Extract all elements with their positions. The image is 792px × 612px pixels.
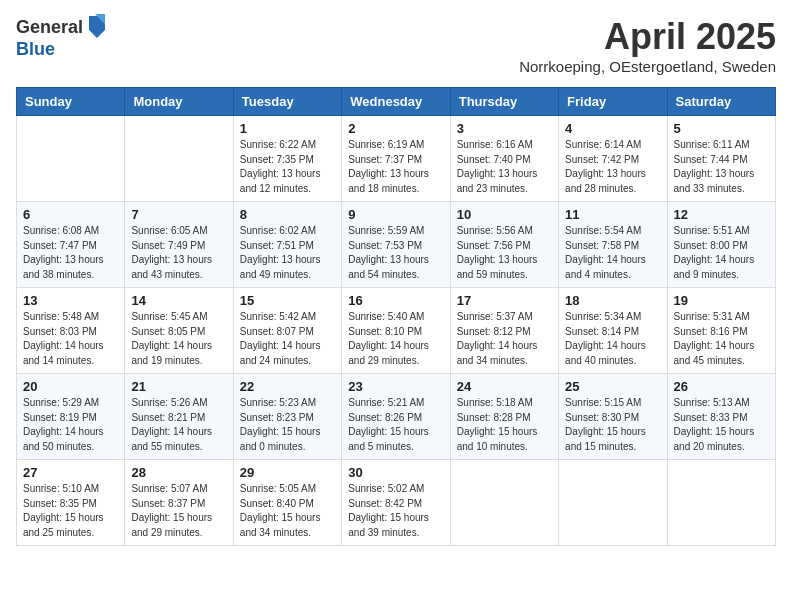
day-number: 9 [348,207,443,222]
calendar-cell: 21Sunrise: 5:26 AMSunset: 8:21 PMDayligh… [125,374,233,460]
day-number: 30 [348,465,443,480]
calendar-cell: 25Sunrise: 5:15 AMSunset: 8:30 PMDayligh… [559,374,667,460]
day-number: 18 [565,293,660,308]
day-number: 7 [131,207,226,222]
day-number: 23 [348,379,443,394]
calendar-cell: 11Sunrise: 5:54 AMSunset: 7:58 PMDayligh… [559,202,667,288]
day-info: Sunrise: 5:05 AMSunset: 8:40 PMDaylight:… [240,482,335,540]
header-friday: Friday [559,88,667,116]
calendar-week-row: 20Sunrise: 5:29 AMSunset: 8:19 PMDayligh… [17,374,776,460]
calendar-week-row: 27Sunrise: 5:10 AMSunset: 8:35 PMDayligh… [17,460,776,546]
day-info: Sunrise: 5:48 AMSunset: 8:03 PMDaylight:… [23,310,118,368]
logo-general-text: General [16,18,83,38]
day-number: 1 [240,121,335,136]
header: General Blue April 2025 Norrkoeping, OEs… [16,16,776,75]
calendar-cell: 3Sunrise: 6:16 AMSunset: 7:40 PMDaylight… [450,116,558,202]
calendar-cell: 5Sunrise: 6:11 AMSunset: 7:44 PMDaylight… [667,116,775,202]
day-number: 12 [674,207,769,222]
day-number: 19 [674,293,769,308]
calendar-week-row: 13Sunrise: 5:48 AMSunset: 8:03 PMDayligh… [17,288,776,374]
day-info: Sunrise: 5:07 AMSunset: 8:37 PMDaylight:… [131,482,226,540]
calendar-cell [559,460,667,546]
calendar-cell: 2Sunrise: 6:19 AMSunset: 7:37 PMDaylight… [342,116,450,202]
day-info: Sunrise: 5:13 AMSunset: 8:33 PMDaylight:… [674,396,769,454]
calendar-cell: 29Sunrise: 5:05 AMSunset: 8:40 PMDayligh… [233,460,341,546]
calendar-cell: 14Sunrise: 5:45 AMSunset: 8:05 PMDayligh… [125,288,233,374]
day-info: Sunrise: 5:42 AMSunset: 8:07 PMDaylight:… [240,310,335,368]
day-number: 10 [457,207,552,222]
day-info: Sunrise: 5:40 AMSunset: 8:10 PMDaylight:… [348,310,443,368]
day-number: 26 [674,379,769,394]
calendar-cell: 17Sunrise: 5:37 AMSunset: 8:12 PMDayligh… [450,288,558,374]
logo-blue-text: Blue [16,40,109,60]
calendar-cell: 20Sunrise: 5:29 AMSunset: 8:19 PMDayligh… [17,374,125,460]
day-number: 6 [23,207,118,222]
calendar-cell: 9Sunrise: 5:59 AMSunset: 7:53 PMDaylight… [342,202,450,288]
day-number: 17 [457,293,552,308]
day-number: 22 [240,379,335,394]
day-info: Sunrise: 6:08 AMSunset: 7:47 PMDaylight:… [23,224,118,282]
day-info: Sunrise: 5:15 AMSunset: 8:30 PMDaylight:… [565,396,660,454]
calendar-cell: 10Sunrise: 5:56 AMSunset: 7:56 PMDayligh… [450,202,558,288]
calendar-week-row: 1Sunrise: 6:22 AMSunset: 7:35 PMDaylight… [17,116,776,202]
day-info: Sunrise: 6:16 AMSunset: 7:40 PMDaylight:… [457,138,552,196]
calendar-cell: 8Sunrise: 6:02 AMSunset: 7:51 PMDaylight… [233,202,341,288]
calendar-cell: 23Sunrise: 5:21 AMSunset: 8:26 PMDayligh… [342,374,450,460]
calendar-cell: 30Sunrise: 5:02 AMSunset: 8:42 PMDayligh… [342,460,450,546]
day-info: Sunrise: 6:11 AMSunset: 7:44 PMDaylight:… [674,138,769,196]
calendar-cell: 13Sunrise: 5:48 AMSunset: 8:03 PMDayligh… [17,288,125,374]
day-info: Sunrise: 5:54 AMSunset: 7:58 PMDaylight:… [565,224,660,282]
day-info: Sunrise: 6:14 AMSunset: 7:42 PMDaylight:… [565,138,660,196]
header-tuesday: Tuesday [233,88,341,116]
day-info: Sunrise: 5:23 AMSunset: 8:23 PMDaylight:… [240,396,335,454]
day-info: Sunrise: 5:31 AMSunset: 8:16 PMDaylight:… [674,310,769,368]
day-number: 8 [240,207,335,222]
calendar-cell: 16Sunrise: 5:40 AMSunset: 8:10 PMDayligh… [342,288,450,374]
day-info: Sunrise: 5:59 AMSunset: 7:53 PMDaylight:… [348,224,443,282]
header-thursday: Thursday [450,88,558,116]
logo: General Blue [16,16,109,60]
header-sunday: Sunday [17,88,125,116]
day-info: Sunrise: 5:10 AMSunset: 8:35 PMDaylight:… [23,482,118,540]
calendar-cell [17,116,125,202]
weekday-header-row: Sunday Monday Tuesday Wednesday Thursday… [17,88,776,116]
day-info: Sunrise: 6:02 AMSunset: 7:51 PMDaylight:… [240,224,335,282]
calendar-cell: 24Sunrise: 5:18 AMSunset: 8:28 PMDayligh… [450,374,558,460]
day-number: 24 [457,379,552,394]
day-info: Sunrise: 5:26 AMSunset: 8:21 PMDaylight:… [131,396,226,454]
day-number: 20 [23,379,118,394]
day-number: 16 [348,293,443,308]
day-number: 29 [240,465,335,480]
day-info: Sunrise: 5:21 AMSunset: 8:26 PMDaylight:… [348,396,443,454]
day-number: 25 [565,379,660,394]
day-number: 27 [23,465,118,480]
calendar-cell: 27Sunrise: 5:10 AMSunset: 8:35 PMDayligh… [17,460,125,546]
calendar-cell [667,460,775,546]
calendar-cell: 1Sunrise: 6:22 AMSunset: 7:35 PMDaylight… [233,116,341,202]
calendar-table: Sunday Monday Tuesday Wednesday Thursday… [16,87,776,546]
calendar-week-row: 6Sunrise: 6:08 AMSunset: 7:47 PMDaylight… [17,202,776,288]
day-number: 21 [131,379,226,394]
day-info: Sunrise: 5:37 AMSunset: 8:12 PMDaylight:… [457,310,552,368]
day-number: 5 [674,121,769,136]
day-number: 11 [565,207,660,222]
day-number: 14 [131,293,226,308]
day-number: 15 [240,293,335,308]
day-info: Sunrise: 6:22 AMSunset: 7:35 PMDaylight:… [240,138,335,196]
calendar-cell: 19Sunrise: 5:31 AMSunset: 8:16 PMDayligh… [667,288,775,374]
calendar-cell: 22Sunrise: 5:23 AMSunset: 8:23 PMDayligh… [233,374,341,460]
logo-icon [85,12,109,40]
calendar-cell: 15Sunrise: 5:42 AMSunset: 8:07 PMDayligh… [233,288,341,374]
day-info: Sunrise: 5:29 AMSunset: 8:19 PMDaylight:… [23,396,118,454]
header-monday: Monday [125,88,233,116]
calendar-cell [450,460,558,546]
day-info: Sunrise: 5:45 AMSunset: 8:05 PMDaylight:… [131,310,226,368]
day-info: Sunrise: 5:56 AMSunset: 7:56 PMDaylight:… [457,224,552,282]
day-info: Sunrise: 6:19 AMSunset: 7:37 PMDaylight:… [348,138,443,196]
day-number: 28 [131,465,226,480]
header-wednesday: Wednesday [342,88,450,116]
calendar-cell [125,116,233,202]
calendar-cell: 6Sunrise: 6:08 AMSunset: 7:47 PMDaylight… [17,202,125,288]
calendar-cell: 26Sunrise: 5:13 AMSunset: 8:33 PMDayligh… [667,374,775,460]
location-subtitle: Norrkoeping, OEstergoetland, Sweden [519,58,776,75]
